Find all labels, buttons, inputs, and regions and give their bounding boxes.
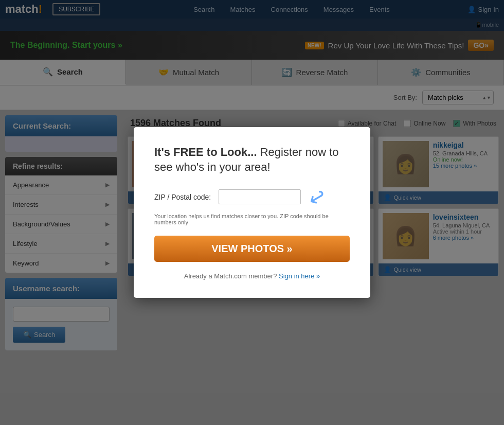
view-photos-button[interactable]: VIEW PHOTOS » (154, 236, 350, 262)
zip-row: ZIP / Postal code: ↩ (154, 185, 350, 209)
modal-signin-link[interactable]: Sign in here » (279, 272, 320, 280)
zip-input[interactable] (219, 189, 301, 204)
modal-signin: Already a Match.com member? Sign in here… (154, 272, 350, 280)
registration-modal: It's FREE to Look... Register now to see… (134, 127, 370, 297)
modal-title: It's FREE to Look... Register now to see… (154, 145, 350, 174)
modal-overlay[interactable]: It's FREE to Look... Register now to see… (0, 0, 504, 419)
arrow-icon: ↩ (304, 182, 331, 211)
zip-hint: Your location helps us find matches clos… (154, 213, 350, 225)
zip-label: ZIP / Postal code: (154, 193, 211, 201)
